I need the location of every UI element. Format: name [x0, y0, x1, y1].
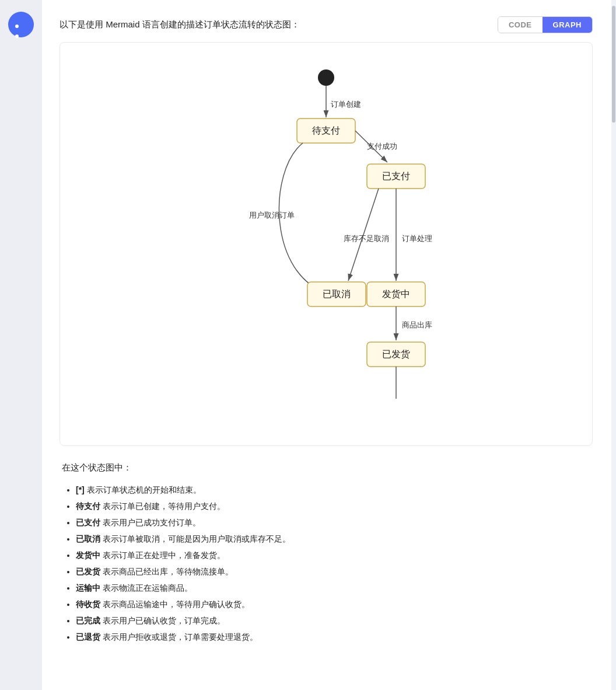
desc-shipped: 表示商品已经出库，等待物流接单。	[100, 567, 233, 576]
avatar-face	[14, 20, 28, 29]
list-item: 运输中 表示物流正在运输商品。	[76, 580, 590, 596]
graph-tab-button[interactable]: GRAPH	[542, 17, 592, 33]
list-item: 已取消 表示订单被取消，可能是因为用户取消或库存不足。	[76, 531, 590, 547]
avatar	[8, 12, 34, 37]
node-paid: 已支付	[367, 164, 425, 189]
keyword-shipping: 发货中	[76, 550, 100, 560]
keyword-shipped: 已发货	[76, 567, 100, 576]
code-tab-button[interactable]: CODE	[498, 17, 542, 33]
node-shipped: 已发货	[367, 342, 425, 367]
svg-text:待支付: 待支付	[312, 126, 340, 135]
list-item: 待收货 表示商品运输途中，等待用户确认收货。	[76, 596, 590, 612]
list-item: 已发货 表示商品已经出库，等待物流接单。	[76, 563, 590, 580]
svg-text:已取消: 已取消	[323, 289, 351, 299]
list-item: 待支付 表示订单已创建，等待用户支付。	[76, 498, 590, 514]
label-order-created: 订单创建	[331, 100, 361, 109]
keyword-intransit: 运输中	[76, 583, 100, 593]
description-title: 在这个状态图中：	[62, 462, 590, 473]
desc-completed: 表示用户已确认收货，订单完成。	[100, 616, 225, 625]
keyword-awaiting: 待收货	[76, 600, 100, 609]
svg-text:已发货: 已发货	[382, 349, 410, 359]
scrollbar[interactable]	[611, 0, 616, 690]
desc-cancelled: 表示订单被取消，可能是因为用户取消或库存不足。	[100, 534, 290, 543]
node-pending-payment: 待支付	[297, 119, 355, 143]
label-goods-out: 商品出库	[402, 320, 432, 329]
label-stock-cancel: 库存不足取消	[344, 234, 389, 243]
main-content: CODE GRAPH 以下是使用 Mermaid 语言创建的描述订单状态流转的状…	[42, 0, 616, 690]
description-section: 在这个状态图中： [*] 表示订单状态机的开始和结束。 待支付 表示订单已创建，…	[60, 462, 593, 645]
scrollbar-thumb	[612, 6, 615, 123]
label-order-processing: 订单处理	[402, 234, 432, 243]
desc-returned: 表示用户拒收或退货，订单需要处理退货。	[100, 632, 258, 642]
description-list: [*] 表示订单状态机的开始和结束。 待支付 表示订单已创建，等待用户支付。 已…	[62, 482, 590, 645]
desc-paid: 表示用户已成功支付订单。	[100, 518, 201, 527]
label-payment-success: 支付成功	[367, 142, 397, 151]
keyword-pending: 待支付	[76, 501, 100, 511]
keyword-star: [*]	[76, 485, 85, 494]
desc-awaiting: 表示商品运输途中，等待用户确认收货。	[100, 600, 250, 609]
desc-pending: 表示订单已创建，等待用户支付。	[100, 501, 225, 511]
list-item: 已支付 表示用户已成功支付订单。	[76, 514, 590, 531]
list-item: [*] 表示订单状态机的开始和结束。	[76, 482, 590, 498]
avatar-eye-right	[15, 34, 19, 38]
tab-buttons: CODE GRAPH	[498, 16, 593, 33]
desc-shipping: 表示订单正在处理中，准备发货。	[100, 550, 225, 560]
diagram-container: 订单创建 待支付 支付成功 用户取消订单 已支付	[60, 42, 593, 446]
avatar-eye-left	[15, 25, 19, 28]
list-item: 已完成 表示用户已确认收货，订单完成。	[76, 612, 590, 629]
start-node	[318, 69, 334, 86]
keyword-completed: 已完成	[76, 616, 100, 625]
keyword-paid: 已支付	[76, 518, 100, 527]
node-shipping: 发货中	[367, 282, 425, 306]
state-diagram: 订单创建 待支付 支付成功 用户取消订单 已支付	[174, 54, 478, 434]
sidebar	[0, 0, 42, 690]
desc-intransit: 表示物流正在运输商品。	[100, 583, 192, 593]
svg-text:已支付: 已支付	[382, 171, 410, 181]
keyword-cancelled: 已取消	[76, 534, 100, 543]
list-item: 已退货 表示用户拒收或退货，订单需要处理退货。	[76, 629, 590, 645]
node-cancelled: 已取消	[307, 282, 366, 306]
list-item: 发货中 表示订单正在处理中，准备发货。	[76, 547, 590, 563]
svg-text:发货中: 发货中	[382, 289, 410, 299]
desc-star: 表示订单状态机的开始和结束。	[85, 485, 201, 494]
label-user-cancel: 用户取消订单	[249, 211, 295, 219]
keyword-returned: 已退货	[76, 632, 100, 642]
page-wrapper: CODE GRAPH 以下是使用 Mermaid 语言创建的描述订单状态流转的状…	[0, 0, 616, 690]
